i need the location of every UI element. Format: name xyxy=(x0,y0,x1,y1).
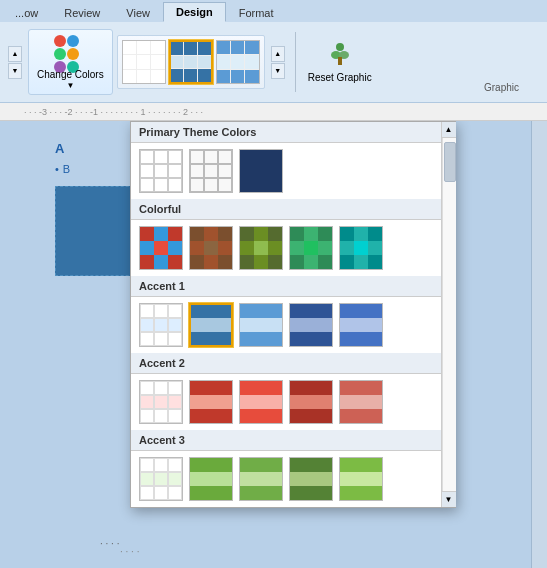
ribbon-scroll-left: ▲ ▼ xyxy=(8,46,22,79)
swatch-primary-2[interactable] xyxy=(189,149,233,193)
swatch-primary-1[interactable] xyxy=(139,149,183,193)
swatch-colorful-4[interactable] xyxy=(289,226,333,270)
change-colors-icon xyxy=(54,35,86,67)
scroll-right-up-btn[interactable]: ▲ xyxy=(271,46,285,62)
reset-graphic-label: Reset Graphic xyxy=(308,72,372,84)
ribbon-content: ▲ ▼ Change Colors ▼ xyxy=(0,22,547,102)
accent2-swatches-row xyxy=(131,374,455,430)
color-dropdown-panel: Primary Theme Colors xyxy=(130,121,456,508)
right-sidebar xyxy=(531,121,547,568)
reset-graphic-icon xyxy=(326,41,354,69)
ribbon: ...ow Review View Design Format ▲ ▼ Chan… xyxy=(0,0,547,103)
section-primary-theme-colors: Primary Theme Colors xyxy=(131,122,455,143)
section-accent1: Accent 1 xyxy=(131,276,455,297)
swatch-accent2-3[interactable] xyxy=(239,380,283,424)
swatch-accent3-4[interactable] xyxy=(289,457,333,501)
accent1-swatches-row xyxy=(131,297,455,353)
scroll-down-btn[interactable]: ▼ xyxy=(8,63,22,79)
svg-point-0 xyxy=(336,43,344,51)
swatch-accent2-5[interactable] xyxy=(339,380,383,424)
swatch-accent2-2[interactable] xyxy=(189,380,233,424)
change-colors-label: Change Colors xyxy=(37,69,104,81)
main-area: A •B [Text] · · · · Primary Theme Colors xyxy=(0,121,547,568)
group-label-graphic: Graphic xyxy=(484,82,519,93)
ribbon-tabs: ...ow Review View Design Format xyxy=(0,0,547,22)
panel-scrollbar: ▲ ▼ xyxy=(441,122,455,507)
tab-review[interactable]: Review xyxy=(51,2,113,22)
section-colorful: Colorful xyxy=(131,199,455,220)
doc-bullet-a: A xyxy=(55,141,64,156)
ribbon-divider xyxy=(295,32,296,92)
tab-view[interactable]: View xyxy=(113,2,163,22)
swatch-accent2-4[interactable] xyxy=(289,380,333,424)
section-accent2: Accent 2 xyxy=(131,353,455,374)
change-colors-button[interactable]: Change Colors ▼ xyxy=(28,29,113,95)
accent3-swatches-row xyxy=(131,451,455,507)
swatch-colorful-3[interactable] xyxy=(239,226,283,270)
scrollbar-down-btn[interactable]: ▼ xyxy=(442,491,456,507)
table-style-swatch-1[interactable] xyxy=(122,40,166,84)
swatch-colorful-2[interactable] xyxy=(189,226,233,270)
tab-format[interactable]: Format xyxy=(226,2,287,22)
swatch-accent1-1[interactable] xyxy=(139,303,183,347)
scroll-right-down-btn[interactable]: ▼ xyxy=(271,63,285,79)
table-style-swatches-area xyxy=(117,35,265,89)
swatch-accent3-5[interactable] xyxy=(339,457,383,501)
swatch-accent3-3[interactable] xyxy=(239,457,283,501)
scrollbar-thumb[interactable] xyxy=(444,142,456,182)
scroll-up-btn[interactable]: ▲ xyxy=(8,46,22,62)
swatch-colorful-5[interactable] xyxy=(339,226,383,270)
swatch-accent3-2[interactable] xyxy=(189,457,233,501)
swatch-accent3-1[interactable] xyxy=(139,457,183,501)
doc-bullet-b: •B xyxy=(55,163,70,175)
svg-rect-3 xyxy=(338,57,342,65)
table-style-swatch-2-selected[interactable] xyxy=(169,40,213,84)
reset-graphic-button[interactable]: Reset Graphic xyxy=(304,37,376,88)
table-style-swatch-3[interactable] xyxy=(216,40,260,84)
tab-ow[interactable]: ...ow xyxy=(2,2,51,22)
tab-design[interactable]: Design xyxy=(163,2,226,22)
primary-theme-swatches-row xyxy=(131,143,455,199)
colorful-swatches-row xyxy=(131,220,455,276)
swatch-primary-3[interactable] xyxy=(239,149,283,193)
change-colors-arrow: ▼ xyxy=(66,81,74,90)
scrollbar-track xyxy=(442,138,456,491)
swatch-accent2-1[interactable] xyxy=(139,380,183,424)
swatch-colorful-1[interactable] xyxy=(139,226,183,270)
section-accent3: Accent 3 xyxy=(131,430,455,451)
swatch-accent1-5[interactable] xyxy=(339,303,383,347)
scrollbar-up-btn[interactable]: ▲ xyxy=(442,122,456,138)
swatch-accent1-2-selected[interactable] xyxy=(189,303,233,347)
swatch-accent1-3[interactable] xyxy=(239,303,283,347)
ribbon-scroll-right: ▲ ▼ xyxy=(271,46,285,79)
bottom-dots-main: · · · · xyxy=(120,546,139,557)
swatch-accent1-4[interactable] xyxy=(289,303,333,347)
bottom-dots-doc: · · · · xyxy=(100,538,119,549)
document-area: A •B [Text] · · · · Primary Theme Colors xyxy=(0,121,531,568)
ruler: · · · -3 · · · -2 · · · -1 · · · · · · ·… xyxy=(0,103,547,121)
